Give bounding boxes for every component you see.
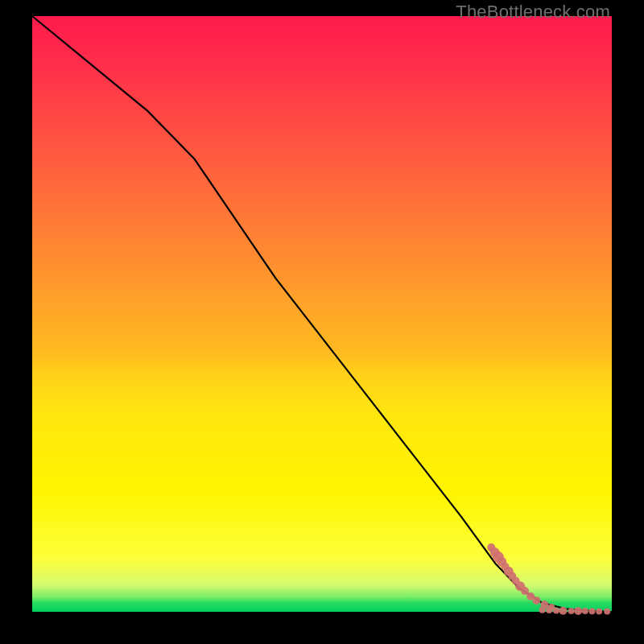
- scatter-dot: [539, 607, 546, 613]
- chart-frame: TheBottleneck.com: [0, 0, 644, 644]
- scatter-dot: [568, 608, 575, 614]
- scatter-dot: [582, 608, 588, 614]
- scatter-dot: [546, 607, 552, 613]
- chart-overlay: [32, 16, 612, 612]
- bottleneck-curve: [32, 16, 612, 612]
- scatter-dot: [604, 609, 610, 615]
- scatter-dot: [532, 597, 540, 605]
- scatter-dot: [553, 608, 559, 614]
- scatter-dot: [574, 607, 582, 615]
- scatter-dot: [589, 608, 596, 614]
- scatter-dot: [596, 608, 602, 614]
- scatter-dot: [559, 607, 568, 615]
